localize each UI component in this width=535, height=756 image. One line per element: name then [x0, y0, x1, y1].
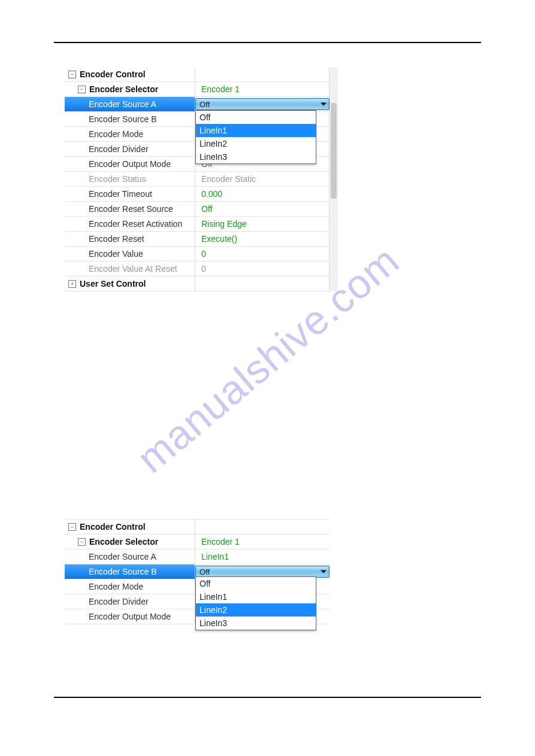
encoder-output-mode-label: Encoder Output Mode [89, 159, 171, 169]
encoder-timeout-label: Encoder Timeout [89, 189, 152, 199]
dropdown-item-off[interactable]: Off [196, 577, 316, 590]
encoder-reset-value[interactable]: Execute() [195, 232, 330, 246]
chevron-down-icon[interactable] [321, 103, 327, 106]
collapse-icon[interactable]: − [68, 71, 76, 78]
encoder-source-a-combo-value: Off [200, 100, 210, 109]
collapse-icon[interactable]: − [68, 523, 76, 531]
encoder-value-value[interactable]: 0 [195, 247, 330, 261]
expand-icon[interactable]: + [68, 280, 76, 288]
dropdown-item-linein3[interactable]: LineIn3 [196, 150, 316, 163]
encoder-source-b-label: Encoder Source B [89, 567, 157, 576]
encoder-selector-value[interactable]: Encoder 1 [195, 82, 330, 96]
scrollbar-thumb[interactable] [331, 103, 337, 199]
tree-node-encoder-control[interactable]: − Encoder Control [65, 520, 195, 534]
encoder-source-b-dropdown[interactable]: Off LineIn1 LineIn2 LineIn3 [195, 576, 316, 630]
dropdown-item-linein3[interactable]: LineIn3 [196, 617, 316, 630]
encoder-selector-value[interactable]: Encoder 1 [195, 535, 330, 549]
dropdown-item-linein1[interactable]: LineIn1 [196, 124, 316, 137]
encoder-control-label: Encoder Control [80, 522, 146, 532]
encoder-output-mode-label: Encoder Output Mode [89, 612, 171, 621]
user-set-control-label: User Set Control [80, 279, 146, 289]
dropdown-item-linein1[interactable]: LineIn1 [196, 590, 316, 603]
encoder-control-label: Encoder Control [80, 69, 146, 79]
encoder-divider-label: Encoder Divider [89, 144, 149, 154]
tree-node-encoder-selector[interactable]: − Encoder Selector [65, 82, 195, 96]
encoder-source-b-combo[interactable]: Off [195, 566, 330, 578]
scrollbar[interactable] [329, 67, 338, 292]
encoder-source-a-combo[interactable]: Off [195, 98, 330, 110]
encoder-reset-activation-label: Encoder Reset Activation [89, 219, 182, 229]
collapse-icon[interactable]: − [78, 538, 86, 546]
encoder-reset-source-label: Encoder Reset Source [89, 204, 173, 214]
encoder-selector-label: Encoder Selector [89, 84, 158, 94]
encoder-timeout-value[interactable]: 0.000 [195, 187, 330, 201]
property-grid-1: − Encoder Control − Encoder Selector Enc… [65, 67, 330, 292]
dropdown-item-off[interactable]: Off [196, 111, 316, 124]
bottom-rule [54, 697, 481, 698]
top-rule [54, 42, 481, 43]
encoder-reset-source-value[interactable]: Off [195, 202, 330, 216]
encoder-source-a-label: Encoder Source A [89, 99, 156, 109]
encoder-source-b-label: Encoder Source B [89, 114, 157, 124]
encoder-reset-label: Encoder Reset [89, 234, 144, 244]
encoder-reset-activation-value[interactable]: Rising Edge [195, 217, 330, 231]
encoder-status-value: Encoder Static [195, 172, 330, 186]
tree-node-encoder-selector[interactable]: − Encoder Selector [65, 535, 195, 549]
encoder-source-b-combo-value: Off [200, 567, 210, 576]
encoder-value-at-reset-label: Encoder Value At Reset [89, 264, 177, 274]
property-grid-2: − Encoder Control − Encoder Selector Enc… [65, 519, 330, 624]
encoder-source-a-dropdown[interactable]: Off LineIn1 LineIn2 LineIn3 [195, 110, 316, 164]
tree-node-encoder-control[interactable]: − Encoder Control [65, 67, 195, 81]
tree-node-user-set-control[interactable]: + User Set Control [65, 277, 195, 291]
dropdown-item-linein2[interactable]: LineIn2 [196, 603, 316, 617]
encoder-source-a-value[interactable]: LineIn1 [195, 549, 330, 564]
collapse-icon[interactable]: − [78, 86, 86, 93]
empty-value [195, 277, 330, 291]
empty-value [195, 520, 330, 534]
encoder-mode-label: Encoder Mode [89, 129, 143, 139]
encoder-selector-label: Encoder Selector [89, 537, 158, 546]
encoder-mode-label: Encoder Mode [89, 582, 143, 591]
encoder-source-a-label: Encoder Source A [89, 552, 156, 561]
dropdown-item-linein2[interactable]: LineIn2 [196, 137, 316, 150]
encoder-value-label: Encoder Value [89, 249, 143, 259]
encoder-divider-label: Encoder Divider [89, 597, 149, 606]
chevron-down-icon[interactable] [321, 570, 327, 573]
encoder-status-label: Encoder Status [89, 174, 146, 184]
empty-value [195, 67, 330, 81]
encoder-value-at-reset-value: 0 [195, 262, 330, 276]
